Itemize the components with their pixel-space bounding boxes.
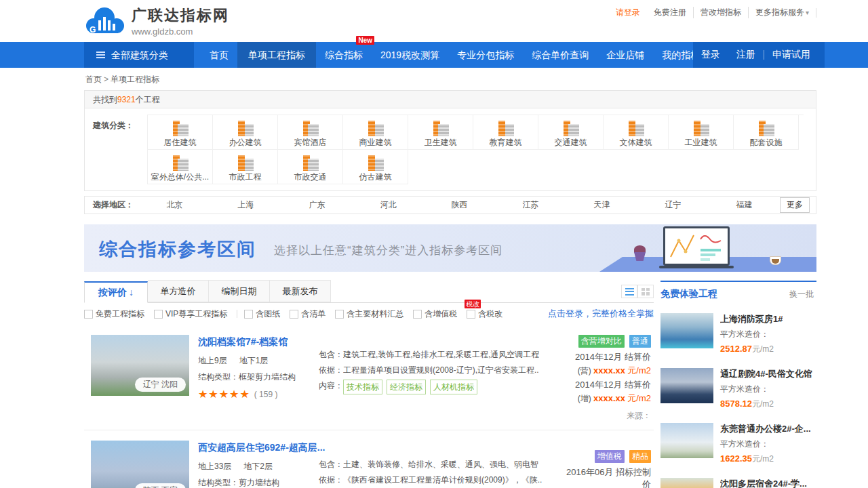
top-links: 请登录 免费注册 营改增指标 更多指标服务▾ xyxy=(609,7,816,18)
region-jiangsu[interactable]: 江苏 xyxy=(495,199,566,211)
building-icon xyxy=(300,119,321,136)
sidebar-project-item[interactable]: 上海消防泵房1# 平方米造价： 2512.87元/m2 xyxy=(660,313,816,355)
filter-checklist-checkbox[interactable]: 含清单 xyxy=(290,308,326,320)
nav-item-composite-index[interactable]: 综合指标New xyxy=(316,42,372,68)
results-count: 共找到9321个工程 xyxy=(85,91,816,108)
tax-reform-badge: 税改 xyxy=(465,300,481,308)
category-municipal-traffic[interactable]: 市政交通 xyxy=(278,150,343,184)
checkbox-icon[interactable] xyxy=(290,310,298,319)
nav-item-single-project-index[interactable]: 单项工程指标 xyxy=(237,42,316,68)
project-name[interactable]: 上海消防泵房1# xyxy=(720,313,783,325)
filter-tax-reform-checkbox[interactable]: 税改含税改 xyxy=(467,308,502,320)
filter-free-checkbox[interactable]: 免费工程指标 xyxy=(84,308,144,320)
site-logo[interactable]: G 广联达指标网 www.gldzb.com xyxy=(84,5,229,37)
include-label: 包含： xyxy=(319,348,343,361)
region-more-button[interactable]: 更多 xyxy=(780,197,810,213)
main-nav: 全部建筑分类 首页 单项工程指标 综合指标New 2019税改测算 专业分包指标… xyxy=(0,42,868,68)
cloud-logo-icon: G xyxy=(84,5,126,37)
project-title-link[interactable]: 西安超高层住宅692#-超高层... xyxy=(198,442,319,454)
project-name[interactable]: 沈阳多层宿舍24#-学... xyxy=(720,478,807,488)
tab-latest[interactable]: 最新发布 xyxy=(270,280,331,302)
nav-items: 首页 单项工程指标 综合指标New 2019税改测算 专业分包指标 综合单价查询… xyxy=(201,42,774,68)
sidebar-project-item[interactable]: 东莞普通办公楼2#-企... 平方米造价： 1622.35元/m2 xyxy=(660,423,816,465)
project-title-link[interactable]: 沈阳档案馆7#-档案馆 xyxy=(198,336,319,348)
sidebar-project-item[interactable]: 通辽剧院4#-民俗文化馆 平方米造价： 8578.12元/m2 xyxy=(660,368,816,410)
category-residential[interactable]: 居住建筑 xyxy=(148,115,213,150)
nav-item-unit-price-query[interactable]: 综合单价查询 xyxy=(523,42,597,68)
project-thumbnail xyxy=(660,423,713,458)
tag-labor-material-index: 人材机指标 xyxy=(430,380,477,394)
tab-by-rating[interactable]: 按评价↓ xyxy=(84,281,148,303)
checkbox-icon[interactable] xyxy=(467,310,475,319)
filter-vip-checkbox[interactable]: VIP尊享工程指标 xyxy=(154,308,227,320)
floors-above: 地上9层 xyxy=(198,356,227,365)
location-pill: 辽宁 沈阳 xyxy=(135,378,186,392)
sidebar-project-item[interactable]: 沈阳多层宿舍24#-学... 平方米造价： 2376.36元/m2 xyxy=(660,478,816,488)
site-title: 广联达指标网 xyxy=(132,5,229,26)
region-beijing[interactable]: 北京 xyxy=(139,199,210,211)
building-icon xyxy=(235,119,256,136)
nav-item-home[interactable]: 首页 xyxy=(201,42,237,68)
category-commercial[interactable]: 商业建筑 xyxy=(343,115,408,150)
grid-view-icon[interactable] xyxy=(637,285,654,298)
category-health[interactable]: 卫生建筑 xyxy=(408,115,473,150)
checkbox-icon[interactable] xyxy=(335,310,344,319)
list-view-icon[interactable] xyxy=(621,285,637,298)
price-date: 2016年06月 招标控制价 xyxy=(561,466,651,488)
project-name[interactable]: 东莞普通办公楼2#-企... xyxy=(720,423,811,435)
nav-item-2019-tax[interactable]: 2019税改测算 xyxy=(372,42,448,68)
login-link[interactable]: 登录 xyxy=(693,49,728,61)
road-icon xyxy=(300,153,321,171)
region-fujian[interactable]: 福建 xyxy=(709,199,780,211)
refresh-batch-link[interactable]: 换一批 xyxy=(789,289,816,300)
category-facilities[interactable]: 配套设施 xyxy=(734,115,799,150)
building-icon xyxy=(496,119,516,136)
more-services-link[interactable]: 更多指标服务▾ xyxy=(748,7,816,18)
region-hebei[interactable]: 河北 xyxy=(353,199,424,211)
category-industrial[interactable]: 工业建筑 xyxy=(669,115,734,150)
category-culture-sports[interactable]: 文体建筑 xyxy=(604,115,669,150)
project-listing: 陕西 西安 西安超高层住宅692#-超高层... 地上33层地下2层 结构类型：… xyxy=(84,430,654,488)
apply-trial-link[interactable]: 申请试用 xyxy=(764,49,818,61)
region-guangdong[interactable]: 广东 xyxy=(281,199,353,211)
filter-materials-checkbox[interactable]: 含主要材料汇总 xyxy=(335,308,403,320)
chevron-down-icon: ▾ xyxy=(806,9,809,16)
region-shanghai[interactable]: 上海 xyxy=(210,199,281,211)
tab-compile-date[interactable]: 编制日期 xyxy=(209,280,270,302)
price-prefix: (营) xyxy=(578,366,591,375)
please-login-link[interactable]: 请登录 xyxy=(609,7,647,18)
checkbox-icon[interactable] xyxy=(84,310,93,319)
category-antique-building[interactable]: 仿古建筑 xyxy=(343,150,408,184)
nav-item-enterprise-shop[interactable]: 企业店铺 xyxy=(597,42,653,68)
include-value: 土建、装饰装修、给排水、采暖、通风、强电、弱电智 xyxy=(343,458,538,470)
category-outdoor-public[interactable]: 室外总体/公共... xyxy=(148,150,213,184)
category-office[interactable]: 办公建筑 xyxy=(213,115,278,150)
region-tianjin[interactable]: 天津 xyxy=(566,199,637,211)
all-categories-menu[interactable]: 全部建筑分类 xyxy=(84,42,194,68)
project-thumbnail[interactable]: 辽宁 沈阳 xyxy=(91,335,189,396)
category-education[interactable]: 教育建筑 xyxy=(473,115,538,150)
category-transport[interactable]: 交通建筑 xyxy=(538,115,604,150)
checkbox-icon[interactable] xyxy=(244,310,253,319)
project-thumbnail[interactable]: 陕西 西安 xyxy=(91,441,189,488)
tree-icon xyxy=(170,153,191,171)
category-hotel[interactable]: 宾馆酒店 xyxy=(278,115,343,150)
region-liaoning[interactable]: 辽宁 xyxy=(637,199,709,211)
vat-index-link[interactable]: 营改增指标 xyxy=(693,7,748,18)
category-municipal-engineering[interactable]: 市政工程 xyxy=(213,150,278,184)
login-hint-link[interactable]: 点击登录，完整价格全掌握 xyxy=(548,308,654,320)
project-name[interactable]: 通辽剧院4#-民俗文化馆 xyxy=(720,368,812,380)
breadcrumb-home[interactable]: 首页 xyxy=(85,75,102,84)
filter-drawing-checkbox[interactable]: 含图纸 xyxy=(244,308,280,320)
nav-item-subcontract-index[interactable]: 专业分包指标 xyxy=(448,42,523,68)
tab-unit-cost[interactable]: 单方造价 xyxy=(148,280,209,302)
price-value: 2512.87 xyxy=(720,344,752,354)
checkbox-icon[interactable] xyxy=(154,310,163,319)
region-shaanxi[interactable]: 陕西 xyxy=(424,199,495,211)
register-link[interactable]: 注册 xyxy=(728,49,764,61)
free-register-link[interactable]: 免费注册 xyxy=(647,7,693,18)
stadium-icon xyxy=(626,119,646,136)
filter-vat-checkbox[interactable]: 含增值税 xyxy=(413,308,457,320)
checkbox-icon[interactable] xyxy=(413,310,422,319)
promo-banner[interactable]: 综合指标参考区间 选择以上任意“建筑分类”进入指标参考区间 xyxy=(84,224,816,272)
